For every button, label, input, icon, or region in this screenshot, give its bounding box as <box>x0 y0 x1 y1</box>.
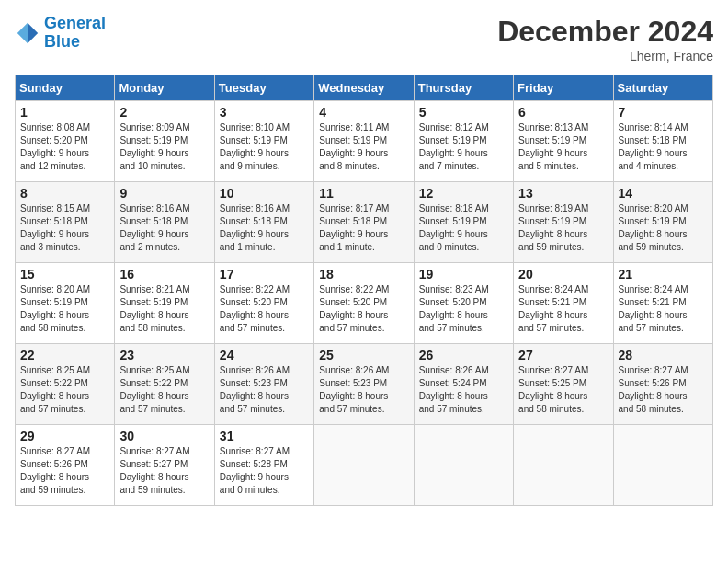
calendar-cell: 26Sunrise: 8:26 AM Sunset: 5:24 PM Dayli… <box>414 344 513 425</box>
day-info: Sunrise: 8:26 AM Sunset: 5:23 PM Dayligh… <box>319 364 408 416</box>
day-number: 29 <box>20 429 109 443</box>
page-header: GeneralBlue December 2024 Lherm, France <box>15 15 713 63</box>
day-info: Sunrise: 8:22 AM Sunset: 5:20 PM Dayligh… <box>319 283 408 335</box>
day-number: 22 <box>20 348 109 362</box>
calendar-cell: 10Sunrise: 8:16 AM Sunset: 5:18 PM Dayli… <box>214 182 313 263</box>
calendar-cell: 27Sunrise: 8:27 AM Sunset: 5:25 PM Dayli… <box>514 344 613 425</box>
week-row-1: 1Sunrise: 8:08 AM Sunset: 5:20 PM Daylig… <box>16 101 713 182</box>
calendar-cell <box>414 425 513 506</box>
calendar-cell: 7Sunrise: 8:14 AM Sunset: 5:18 PM Daylig… <box>613 101 712 182</box>
day-number: 27 <box>518 348 608 362</box>
day-info: Sunrise: 8:21 AM Sunset: 5:19 PM Dayligh… <box>119 283 209 335</box>
day-info: Sunrise: 8:27 AM Sunset: 5:27 PM Dayligh… <box>119 445 209 497</box>
day-number: 15 <box>20 267 109 282</box>
day-number: 25 <box>319 348 408 362</box>
day-number: 3 <box>220 105 309 120</box>
day-number: 6 <box>518 105 608 120</box>
calendar-cell: 17Sunrise: 8:22 AM Sunset: 5:20 PM Dayli… <box>214 263 313 344</box>
calendar-cell: 11Sunrise: 8:17 AM Sunset: 5:18 PM Dayli… <box>314 182 414 263</box>
calendar-cell <box>314 425 414 506</box>
logo: GeneralBlue <box>15 15 106 52</box>
day-number: 12 <box>419 186 508 201</box>
calendar-cell: 5Sunrise: 8:12 AM Sunset: 5:19 PM Daylig… <box>414 101 513 182</box>
calendar-cell: 30Sunrise: 8:27 AM Sunset: 5:27 PM Dayli… <box>115 425 214 506</box>
calendar-cell: 22Sunrise: 8:25 AM Sunset: 5:22 PM Dayli… <box>16 344 115 425</box>
week-row-4: 22Sunrise: 8:25 AM Sunset: 5:22 PM Dayli… <box>16 344 713 425</box>
calendar-table: SundayMondayTuesdayWednesdayThursdayFrid… <box>15 75 713 506</box>
day-info: Sunrise: 8:20 AM Sunset: 5:19 PM Dayligh… <box>20 283 109 335</box>
day-info: Sunrise: 8:19 AM Sunset: 5:19 PM Dayligh… <box>518 202 608 254</box>
day-number: 7 <box>619 105 708 120</box>
calendar-cell: 31Sunrise: 8:27 AM Sunset: 5:28 PM Dayli… <box>214 425 313 506</box>
calendar-cell: 16Sunrise: 8:21 AM Sunset: 5:19 PM Dayli… <box>115 263 214 344</box>
weekday-header-sunday: Sunday <box>16 75 115 101</box>
day-number: 26 <box>419 348 508 362</box>
calendar-cell: 2Sunrise: 8:09 AM Sunset: 5:19 PM Daylig… <box>115 101 214 182</box>
day-info: Sunrise: 8:24 AM Sunset: 5:21 PM Dayligh… <box>518 283 608 335</box>
day-number: 8 <box>20 186 109 201</box>
day-number: 1 <box>20 105 109 120</box>
weekday-header-monday: Monday <box>115 75 214 101</box>
calendar-cell: 18Sunrise: 8:22 AM Sunset: 5:20 PM Dayli… <box>314 263 414 344</box>
day-info: Sunrise: 8:25 AM Sunset: 5:22 PM Dayligh… <box>119 364 209 416</box>
day-number: 24 <box>220 348 309 362</box>
day-number: 5 <box>419 105 508 120</box>
weekday-header-friday: Friday <box>514 75 613 101</box>
day-info: Sunrise: 8:17 AM Sunset: 5:18 PM Dayligh… <box>319 202 408 254</box>
day-info: Sunrise: 8:08 AM Sunset: 5:20 PM Dayligh… <box>20 121 109 173</box>
day-info: Sunrise: 8:15 AM Sunset: 5:18 PM Dayligh… <box>20 202 109 254</box>
calendar-cell <box>613 425 712 506</box>
calendar-cell: 13Sunrise: 8:19 AM Sunset: 5:19 PM Dayli… <box>514 182 613 263</box>
day-info: Sunrise: 8:13 AM Sunset: 5:19 PM Dayligh… <box>518 121 608 173</box>
day-number: 28 <box>619 348 708 362</box>
calendar-cell: 1Sunrise: 8:08 AM Sunset: 5:20 PM Daylig… <box>16 101 115 182</box>
calendar-cell: 21Sunrise: 8:24 AM Sunset: 5:21 PM Dayli… <box>613 263 712 344</box>
calendar-cell: 12Sunrise: 8:18 AM Sunset: 5:19 PM Dayli… <box>414 182 513 263</box>
calendar-cell: 3Sunrise: 8:10 AM Sunset: 5:19 PM Daylig… <box>214 101 313 182</box>
day-number: 13 <box>518 186 608 201</box>
day-info: Sunrise: 8:26 AM Sunset: 5:24 PM Dayligh… <box>419 364 508 416</box>
day-number: 4 <box>319 105 408 120</box>
calendar-cell: 15Sunrise: 8:20 AM Sunset: 5:19 PM Dayli… <box>16 263 115 344</box>
day-info: Sunrise: 8:11 AM Sunset: 5:19 PM Dayligh… <box>319 121 408 173</box>
day-info: Sunrise: 8:25 AM Sunset: 5:22 PM Dayligh… <box>20 364 109 416</box>
day-number: 19 <box>419 267 508 282</box>
day-number: 18 <box>319 267 408 282</box>
weekday-header-row: SundayMondayTuesdayWednesdayThursdayFrid… <box>16 75 713 101</box>
calendar-cell: 4Sunrise: 8:11 AM Sunset: 5:19 PM Daylig… <box>314 101 414 182</box>
day-info: Sunrise: 8:27 AM Sunset: 5:28 PM Dayligh… <box>220 445 309 497</box>
day-info: Sunrise: 8:27 AM Sunset: 5:26 PM Dayligh… <box>619 364 708 416</box>
day-info: Sunrise: 8:27 AM Sunset: 5:26 PM Dayligh… <box>20 445 109 497</box>
svg-marker-1 <box>17 23 28 43</box>
week-row-3: 15Sunrise: 8:20 AM Sunset: 5:19 PM Dayli… <box>16 263 713 344</box>
svg-marker-0 <box>28 23 38 43</box>
calendar-cell: 28Sunrise: 8:27 AM Sunset: 5:26 PM Dayli… <box>613 344 712 425</box>
calendar-cell: 8Sunrise: 8:15 AM Sunset: 5:18 PM Daylig… <box>16 182 115 263</box>
calendar-cell: 29Sunrise: 8:27 AM Sunset: 5:26 PM Dayli… <box>16 425 115 506</box>
day-number: 2 <box>119 105 209 120</box>
weekday-header-saturday: Saturday <box>613 75 712 101</box>
logo-text: GeneralBlue <box>44 15 106 52</box>
day-number: 20 <box>518 267 608 282</box>
weekday-header-tuesday: Tuesday <box>214 75 313 101</box>
day-number: 31 <box>220 429 309 443</box>
calendar-cell: 9Sunrise: 8:16 AM Sunset: 5:18 PM Daylig… <box>115 182 214 263</box>
month-title: December 2024 <box>497 15 713 49</box>
day-number: 30 <box>119 429 209 443</box>
calendar-cell: 14Sunrise: 8:20 AM Sunset: 5:19 PM Dayli… <box>613 182 712 263</box>
day-info: Sunrise: 8:14 AM Sunset: 5:18 PM Dayligh… <box>619 121 708 173</box>
calendar-cell: 23Sunrise: 8:25 AM Sunset: 5:22 PM Dayli… <box>115 344 214 425</box>
day-number: 23 <box>119 348 209 362</box>
day-number: 9 <box>119 186 209 201</box>
day-info: Sunrise: 8:10 AM Sunset: 5:19 PM Dayligh… <box>220 121 309 173</box>
day-info: Sunrise: 8:18 AM Sunset: 5:19 PM Dayligh… <box>419 202 508 254</box>
day-number: 21 <box>619 267 708 282</box>
day-info: Sunrise: 8:16 AM Sunset: 5:18 PM Dayligh… <box>119 202 209 254</box>
day-info: Sunrise: 8:22 AM Sunset: 5:20 PM Dayligh… <box>220 283 309 335</box>
title-block: December 2024 Lherm, France <box>497 15 713 63</box>
day-number: 17 <box>220 267 309 282</box>
day-info: Sunrise: 8:23 AM Sunset: 5:20 PM Dayligh… <box>419 283 508 335</box>
day-number: 10 <box>220 186 309 201</box>
day-number: 16 <box>119 267 209 282</box>
weekday-header-wednesday: Wednesday <box>314 75 414 101</box>
